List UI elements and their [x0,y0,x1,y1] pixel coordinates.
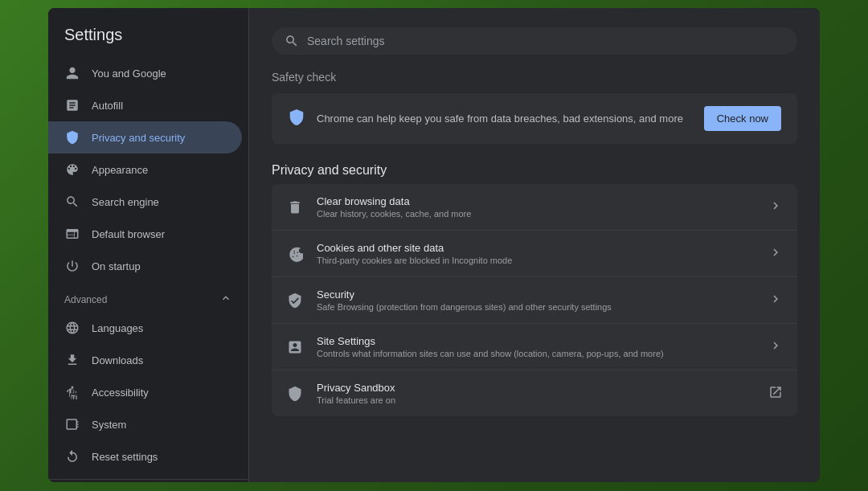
sidebar-item-downloads[interactable]: Downloads [48,344,242,376]
sidebar-item-label: Downloads [92,354,143,366]
advanced-section-header[interactable]: Advanced [48,282,248,312]
sidebar-item-system[interactable]: System [48,408,242,440]
download-icon [64,352,80,368]
safety-check-section-title: Safety check [272,71,797,84]
item-subtitle: Clear history, cookies, cache, and more [317,209,755,219]
search-input[interactable] [307,35,784,47]
sidebar-item-default-browser[interactable]: Default browser [48,218,242,250]
system-icon [64,416,80,432]
security-shield-icon [286,292,304,309]
item-subtitle: Controls what information sites can use … [317,349,755,358]
site-settings-item[interactable]: Site Settings Controls what information … [272,324,797,370]
sidebar-item-label: On startup [92,260,141,272]
sidebar-item-label: System [92,419,126,431]
cookie-icon [286,245,304,263]
svg-point-0 [72,387,74,389]
item-subtitle: Trial features are on [317,395,755,405]
main-content: Safety check Chrome can help keep you sa… [249,8,820,482]
accessibility-icon [64,384,80,400]
sidebar-item-privacy-and-security[interactable]: Privacy and security [48,121,242,153]
chevron-right-icon [768,292,783,309]
autofill-icon [64,97,80,113]
safety-check-card: Chrome can help keep you safe from data … [272,93,797,144]
item-title: Security [317,288,755,301]
trash-icon [286,198,304,216]
sidebar-item-label: Accessibility [92,387,149,399]
chevron-right-icon [768,245,783,263]
check-now-button[interactable]: Check now [704,106,781,131]
external-link-icon [768,385,783,403]
sidebar-item-on-startup[interactable]: On startup [48,250,242,282]
sidebar-item-label: Autofill [92,100,123,112]
sidebar: Settings You and Google Autofill Privacy… [48,8,249,482]
sidebar-item-label: Default browser [92,228,165,240]
site-settings-icon [286,338,304,356]
chevron-right-icon [768,198,783,216]
safety-shield-icon [288,108,305,129]
cookies-site-data-text: Cookies and other site data Third-party … [317,242,755,265]
browser-icon [64,226,80,242]
item-subtitle: Third-party cookies are blocked in Incog… [317,256,755,265]
sidebar-item-label: Appearance [92,164,148,176]
item-title: Cookies and other site data [317,242,755,254]
shield-icon [64,129,80,145]
sidebar-item-label: Languages [92,322,143,334]
sidebar-item-accessibility[interactable]: Accessibility [48,376,242,408]
clear-browsing-data-item[interactable]: Clear browsing data Clear history, cooki… [272,184,797,231]
power-icon [64,258,80,274]
sidebar-item-reset-settings[interactable]: Reset settings [48,440,242,473]
chevron-up-icon [219,292,232,307]
security-text: Security Safe Browsing (protection from … [317,288,755,312]
item-title: Site Settings [317,335,755,347]
site-settings-text: Site Settings Controls what information … [317,335,755,358]
item-subtitle: Safe Browsing (protection from dangerous… [317,302,755,312]
safety-check-description: Chrome can help keep you safe from data … [317,113,693,125]
search-icon [285,34,299,48]
clear-browsing-data-text: Clear browsing data Clear history, cooki… [317,195,755,219]
sidebar-item-label: Reset settings [92,451,158,463]
settings-title: Settings [48,16,248,57]
person-icon [64,65,80,81]
reset-icon [64,448,80,464]
chevron-right-icon [768,338,783,356]
sidebar-item-label: You and Google [92,68,166,80]
sidebar-item-autofill[interactable]: Autofill [48,89,242,121]
item-title: Privacy Sandbox [317,382,755,394]
privacy-settings-list: Clear browsing data Clear history, cooki… [272,184,797,416]
privacy-sandbox-text: Privacy Sandbox Trial features are on [317,382,755,405]
search-icon [64,194,80,210]
security-item[interactable]: Security Safe Browsing (protection from … [272,277,797,324]
globe-icon [64,320,80,336]
privacy-sandbox-item[interactable]: Privacy Sandbox Trial features are on [272,370,797,416]
appearance-icon [64,162,80,178]
sidebar-item-you-and-google[interactable]: You and Google [48,57,242,89]
sidebar-item-search-engine[interactable]: Search engine [48,186,242,218]
cookies-site-data-item[interactable]: Cookies and other site data Third-party … [272,231,797,277]
privacy-section-title: Privacy and security [272,163,797,178]
sidebar-item-appearance[interactable]: Appearance [48,153,242,186]
item-title: Clear browsing data [317,195,755,207]
sidebar-item-label: Search engine [92,196,159,208]
sidebar-item-label: Privacy and security [92,132,185,144]
search-bar[interactable] [272,27,797,55]
sidebar-item-languages[interactable]: Languages [48,312,242,344]
privacy-sandbox-icon [286,385,304,403]
advanced-label: Advanced [64,294,107,305]
